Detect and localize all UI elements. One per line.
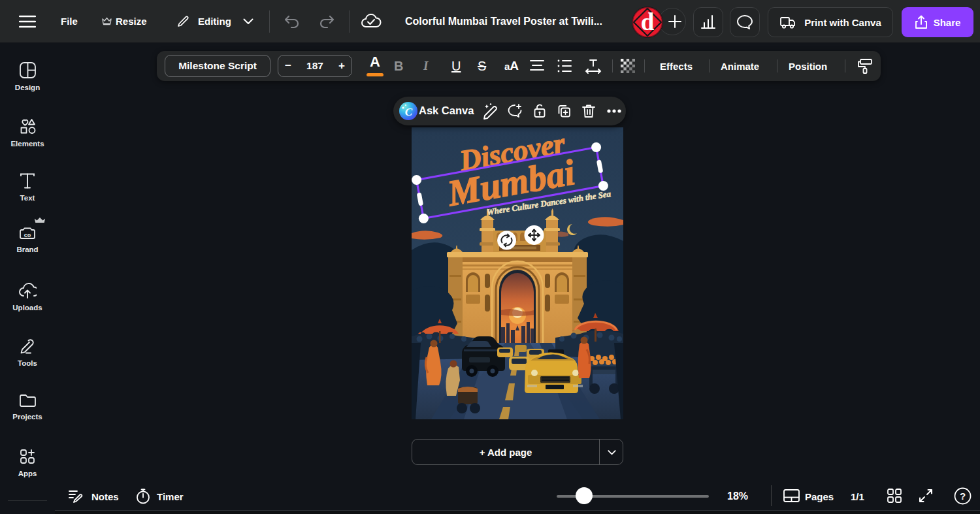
svg-text:co: co [24, 232, 31, 238]
svg-text:?: ? [960, 490, 966, 502]
svg-text:C: C [405, 106, 413, 118]
svg-text:d: d [641, 8, 655, 35]
